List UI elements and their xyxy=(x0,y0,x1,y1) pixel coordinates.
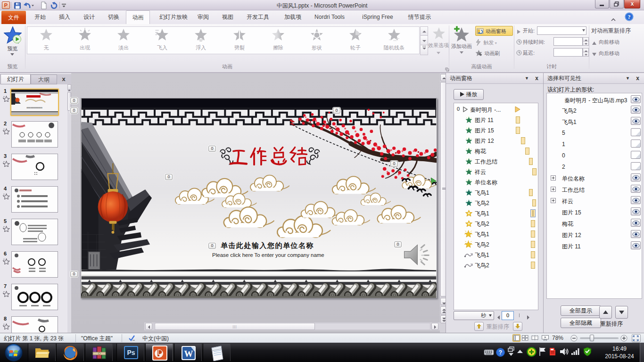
svg-text:aaaaaaaaaaaa: aaaaaaaaaaaa xyxy=(26,106,42,109)
svg-text:Please click here To enter you: Please click here To enter your company … xyxy=(212,252,324,258)
svg-text:?: ? xyxy=(628,14,631,20)
svg-text:?: ? xyxy=(499,349,502,356)
svg-text:W: W xyxy=(184,349,193,359)
